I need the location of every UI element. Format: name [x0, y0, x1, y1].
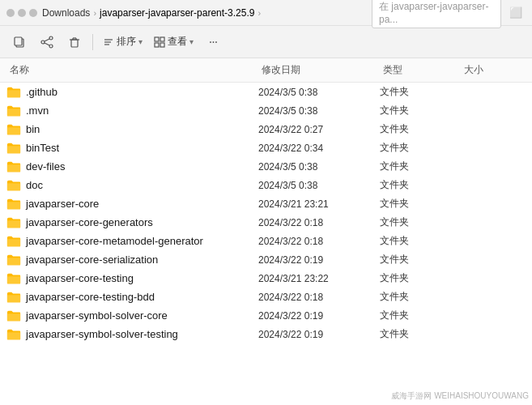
file-name: dev-files [6, 160, 258, 173]
file-name: .github [6, 86, 258, 99]
folder-icon [6, 291, 21, 304]
more-icon: ··· [209, 35, 217, 49]
file-date: 2024/3/22 0:18 [258, 292, 380, 303]
file-date: 2024/3/22 0:19 [258, 310, 380, 322]
file-name-text: javaparser-core-testing-bdd [26, 291, 155, 303]
title-bar: Downloads › javaparser-javaparser-parent… [0, 0, 532, 26]
file-list: .github 2024/3/5 0:38 文件夹 .mvn 2024/3/5 … [0, 83, 532, 405]
share-button[interactable] [34, 31, 60, 53]
svg-rect-18 [160, 43, 164, 47]
file-name-text: dev-files [26, 160, 65, 173]
file-date: 2024/3/22 0:19 [258, 329, 380, 340]
file-name: javaparser-core-testing [6, 272, 258, 285]
file-date: 2024/3/5 0:38 [258, 87, 380, 98]
minimize-button[interactable]: ⬜ [506, 3, 526, 23]
sort-button[interactable]: 排序 ▾ [98, 31, 147, 53]
file-type: 文件夹 [380, 327, 461, 341]
breadcrumb-downloads[interactable]: Downloads [42, 7, 90, 19]
file-name: binTest [6, 142, 258, 155]
file-type: 文件夹 [380, 160, 461, 173]
file-name: bin [6, 123, 258, 136]
file-type: 文件夹 [380, 234, 461, 248]
table-row[interactable]: javaparser-core-testing 2024/3/21 23:22 … [0, 269, 532, 288]
file-date: 2024/3/21 23:22 [258, 273, 380, 284]
column-headers: 名称 修改日期 类型 大小 [0, 58, 532, 83]
copy-button[interactable] [6, 31, 32, 53]
breadcrumb-separator: › [93, 8, 96, 18]
file-name-text: javaparser-symbol-solver-core [26, 309, 168, 322]
svg-line-5 [45, 39, 49, 41]
file-type: 文件夹 [380, 309, 461, 322]
file-type: 文件夹 [380, 271, 461, 285]
svg-point-3 [41, 40, 45, 44]
file-name: javaparser-symbol-solver-testing [6, 328, 258, 341]
trash-icon [68, 36, 81, 49]
file-date: 2024/3/22 0:34 [258, 143, 380, 154]
file-name: javaparser-core-metamodel-generator [6, 235, 258, 248]
file-type: 文件夹 [380, 215, 461, 229]
view-button[interactable]: 查看 ▾ [149, 31, 198, 53]
more-button[interactable]: ··· [200, 31, 226, 53]
folder-icon [6, 104, 21, 117]
folder-icon [6, 254, 21, 266]
table-row[interactable]: bin 2024/3/22 0:27 文件夹 [0, 120, 532, 139]
table-row[interactable]: javaparser-core-serialization 2024/3/22 … [0, 250, 532, 269]
col-size[interactable]: 大小 [461, 62, 526, 79]
file-name-text: binTest [26, 142, 59, 154]
file-name: javaparser-core-testing-bdd [6, 291, 258, 304]
col-name[interactable]: 名称 [6, 62, 258, 79]
svg-line-6 [45, 43, 49, 45]
table-row[interactable]: .mvn 2024/3/5 0:38 文件夹 [0, 101, 532, 120]
table-row[interactable]: binTest 2024/3/22 0:34 文件夹 [0, 139, 532, 157]
file-date: 2024/3/21 23:21 [258, 198, 380, 210]
file-date: 2024/3/22 0:19 [258, 254, 380, 266]
file-name: javaparser-core-generators [6, 216, 258, 229]
table-row[interactable]: javaparser-core 2024/3/21 23:21 文件夹 [0, 194, 532, 213]
table-row[interactable]: javaparser-symbol-solver-testing 2024/3/… [0, 325, 532, 343]
watermark: 威海手游网 WEIHAISHОUYOUWANG [391, 390, 529, 402]
table-row[interactable]: .github 2024/3/5 0:38 文件夹 [0, 83, 532, 101]
file-name-text: javaparser-core [26, 198, 99, 210]
folder-icon [6, 142, 21, 155]
folder-icon [6, 179, 21, 192]
svg-rect-17 [155, 43, 159, 47]
file-name-text: javaparser-core-metamodel-generator [26, 235, 203, 247]
file-type: 文件夹 [380, 178, 461, 192]
file-date: 2024/3/22 0:18 [258, 236, 380, 247]
copy-icon [13, 36, 26, 49]
folder-icon [6, 272, 21, 285]
file-date: 2024/3/5 0:38 [258, 180, 380, 191]
table-row[interactable]: doc 2024/3/5 0:38 文件夹 [0, 176, 532, 194]
table-row[interactable]: javaparser-symbol-solver-core 2024/3/22 … [0, 306, 532, 325]
file-type: 文件夹 [380, 104, 461, 117]
sort-icon [103, 36, 114, 48]
sort-chevron: ▾ [138, 37, 143, 46]
breadcrumb-separator: › [257, 8, 261, 18]
file-date: 2024/3/5 0:38 [258, 105, 380, 117]
svg-point-4 [49, 45, 53, 48]
col-date[interactable]: 修改日期 [258, 62, 380, 79]
file-name: javaparser-symbol-solver-core [6, 309, 258, 322]
breadcrumb-folder[interactable]: javaparser-javaparser-parent-3.25.9 [100, 7, 254, 19]
window-dot [18, 9, 26, 17]
folder-icon [6, 86, 21, 99]
table-row[interactable]: javaparser-core-metamodel-generator 2024… [0, 232, 532, 250]
view-label: 查看 [168, 35, 187, 49]
share-icon [40, 36, 53, 49]
table-row[interactable]: javaparser-core-testing-bdd 2024/3/22 0:… [0, 288, 532, 306]
folder-icon [6, 216, 21, 229]
file-date: 2024/3/22 0:27 [258, 124, 380, 135]
file-name: doc [6, 179, 258, 192]
table-row[interactable]: javaparser-core-generators 2024/3/22 0:1… [0, 213, 532, 232]
view-chevron: ▾ [189, 37, 194, 46]
search-input[interactable]: 在 javaparser-javaparser-pa... [372, 0, 501, 28]
file-type: 文件夹 [380, 141, 461, 155]
file-type: 文件夹 [380, 253, 461, 266]
col-type[interactable]: 类型 [380, 62, 461, 79]
svg-rect-15 [155, 37, 159, 41]
window-dot [6, 9, 15, 17]
file-name-text: .github [26, 86, 57, 98]
file-name-text: javaparser-symbol-solver-testing [26, 328, 178, 340]
delete-button[interactable] [62, 31, 87, 53]
table-row[interactable]: dev-files 2024/3/5 0:38 文件夹 [0, 157, 532, 176]
